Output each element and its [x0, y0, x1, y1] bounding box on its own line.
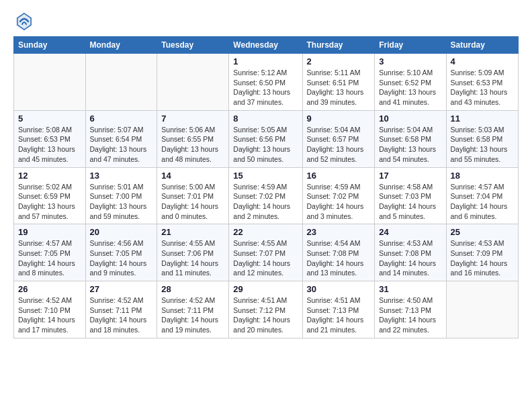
cell-date: 13	[90, 171, 153, 181]
cell-date: 31	[379, 284, 441, 294]
cell-info: Sunrise: 4:52 AM Sunset: 7:11 PM Dayligh…	[90, 295, 153, 335]
cell-date: 4	[451, 56, 514, 66]
cell-info: Sunrise: 4:58 AM Sunset: 7:03 PM Dayligh…	[379, 182, 441, 222]
calendar-cell: 3Sunrise: 5:10 AM Sunset: 6:52 PM Daylig…	[375, 54, 446, 111]
cell-date: 15	[233, 171, 298, 181]
cell-info: Sunrise: 5:08 AM Sunset: 6:53 PM Dayligh…	[18, 125, 81, 165]
calendar-week-1: 1Sunrise: 5:12 AM Sunset: 6:50 PM Daylig…	[14, 54, 519, 111]
calendar-cell: 16Sunrise: 4:59 AM Sunset: 7:02 PM Dayli…	[302, 167, 375, 224]
calendar-cell: 1Sunrise: 5:12 AM Sunset: 6:50 PM Daylig…	[229, 54, 302, 111]
day-header-friday: Friday	[375, 37, 446, 54]
cell-info: Sunrise: 4:50 AM Sunset: 7:13 PM Dayligh…	[379, 295, 441, 335]
calendar-cell: 26Sunrise: 4:52 AM Sunset: 7:10 PM Dayli…	[14, 281, 86, 338]
cell-date: 23	[307, 227, 371, 237]
calendar-cell: 21Sunrise: 4:55 AM Sunset: 7:06 PM Dayli…	[157, 224, 229, 281]
cell-date: 11	[451, 113, 514, 124]
day-header-wednesday: Wednesday	[229, 37, 302, 54]
calendar-cell: 13Sunrise: 5:01 AM Sunset: 7:00 PM Dayli…	[85, 167, 157, 224]
cell-info: Sunrise: 5:09 AM Sunset: 6:53 PM Dayligh…	[451, 68, 514, 107]
cell-date: 17	[379, 171, 441, 181]
calendar-cell: 28Sunrise: 4:52 AM Sunset: 7:11 PM Dayli…	[157, 281, 229, 338]
calendar-cell: 24Sunrise: 4:53 AM Sunset: 7:08 PM Dayli…	[375, 224, 446, 281]
cell-date: 3	[379, 56, 441, 66]
logo	[13, 11, 35, 30]
cell-date: 18	[451, 171, 514, 181]
cell-info: Sunrise: 4:51 AM Sunset: 7:12 PM Dayligh…	[233, 295, 298, 335]
calendar-cell: 29Sunrise: 4:51 AM Sunset: 7:12 PM Dayli…	[229, 281, 302, 338]
cell-info: Sunrise: 4:57 AM Sunset: 7:04 PM Dayligh…	[451, 182, 514, 222]
cell-info: Sunrise: 4:56 AM Sunset: 7:05 PM Dayligh…	[90, 238, 153, 278]
cell-date: 16	[307, 171, 371, 181]
day-header-thursday: Thursday	[302, 37, 375, 54]
calendar-cell: 7Sunrise: 5:06 AM Sunset: 6:55 PM Daylig…	[157, 110, 229, 167]
calendar-cell: 2Sunrise: 5:11 AM Sunset: 6:51 PM Daylig…	[302, 54, 375, 111]
cell-info: Sunrise: 4:59 AM Sunset: 7:02 PM Dayligh…	[233, 182, 298, 222]
calendar-cell: 12Sunrise: 5:02 AM Sunset: 6:59 PM Dayli…	[14, 167, 86, 224]
cell-info: Sunrise: 5:02 AM Sunset: 6:59 PM Dayligh…	[18, 182, 81, 222]
cell-info: Sunrise: 5:00 AM Sunset: 7:01 PM Dayligh…	[161, 182, 224, 222]
cell-date: 28	[161, 284, 224, 294]
cell-date: 22	[233, 227, 298, 237]
cell-date: 6	[90, 113, 153, 124]
calendar-cell: 15Sunrise: 4:59 AM Sunset: 7:02 PM Dayli…	[229, 167, 302, 224]
calendar-cell: 10Sunrise: 5:04 AM Sunset: 6:58 PM Dayli…	[375, 110, 446, 167]
cell-info: Sunrise: 5:11 AM Sunset: 6:51 PM Dayligh…	[307, 68, 371, 107]
cell-date: 25	[451, 227, 514, 237]
day-header-monday: Monday	[85, 37, 157, 54]
cell-date: 2	[307, 56, 371, 66]
calendar-cell	[446, 281, 518, 338]
calendar-week-5: 26Sunrise: 4:52 AM Sunset: 7:10 PM Dayli…	[14, 281, 519, 338]
cell-info: Sunrise: 4:53 AM Sunset: 7:08 PM Dayligh…	[379, 238, 441, 278]
cell-info: Sunrise: 5:04 AM Sunset: 6:57 PM Dayligh…	[307, 125, 371, 165]
cell-date: 12	[18, 171, 81, 181]
cell-date: 9	[307, 113, 371, 124]
calendar-cell: 25Sunrise: 4:53 AM Sunset: 7:09 PM Dayli…	[446, 224, 518, 281]
cell-info: Sunrise: 5:07 AM Sunset: 6:54 PM Dayligh…	[90, 125, 153, 165]
cell-date: 29	[233, 284, 298, 294]
cell-info: Sunrise: 5:06 AM Sunset: 6:55 PM Dayligh…	[161, 125, 224, 165]
cell-info: Sunrise: 4:55 AM Sunset: 7:07 PM Dayligh…	[233, 238, 298, 278]
calendar-cell	[14, 54, 86, 111]
cell-info: Sunrise: 4:52 AM Sunset: 7:11 PM Dayligh…	[161, 295, 224, 335]
cell-date: 8	[233, 113, 298, 124]
cell-date: 19	[18, 227, 81, 237]
day-header-tuesday: Tuesday	[157, 37, 229, 54]
cell-date: 5	[18, 113, 81, 124]
calendar-cell: 23Sunrise: 4:54 AM Sunset: 7:08 PM Dayli…	[302, 224, 375, 281]
calendar-cell: 4Sunrise: 5:09 AM Sunset: 6:53 PM Daylig…	[446, 54, 518, 111]
calendar-week-3: 12Sunrise: 5:02 AM Sunset: 6:59 PM Dayli…	[14, 167, 519, 224]
cell-date: 7	[161, 113, 224, 124]
cell-info: Sunrise: 5:03 AM Sunset: 6:58 PM Dayligh…	[451, 125, 514, 165]
cell-info: Sunrise: 5:04 AM Sunset: 6:58 PM Dayligh…	[379, 125, 441, 165]
calendar-cell: 18Sunrise: 4:57 AM Sunset: 7:04 PM Dayli…	[446, 167, 518, 224]
page-header	[13, 11, 519, 30]
cell-info: Sunrise: 5:10 AM Sunset: 6:52 PM Dayligh…	[379, 68, 441, 107]
logo-icon	[13, 11, 32, 30]
calendar-cell: 31Sunrise: 4:50 AM Sunset: 7:13 PM Dayli…	[375, 281, 446, 338]
calendar-cell: 14Sunrise: 5:00 AM Sunset: 7:01 PM Dayli…	[157, 167, 229, 224]
calendar-cell: 8Sunrise: 5:05 AM Sunset: 6:56 PM Daylig…	[229, 110, 302, 167]
cell-info: Sunrise: 5:05 AM Sunset: 6:56 PM Dayligh…	[233, 125, 298, 165]
calendar-cell: 9Sunrise: 5:04 AM Sunset: 6:57 PM Daylig…	[302, 110, 375, 167]
cell-info: Sunrise: 4:51 AM Sunset: 7:13 PM Dayligh…	[307, 295, 371, 335]
day-header-sunday: Sunday	[14, 37, 86, 54]
calendar-cell: 11Sunrise: 5:03 AM Sunset: 6:58 PM Dayli…	[446, 110, 518, 167]
calendar-cell: 6Sunrise: 5:07 AM Sunset: 6:54 PM Daylig…	[85, 110, 157, 167]
cell-date: 30	[307, 284, 371, 294]
calendar-week-4: 19Sunrise: 4:57 AM Sunset: 7:05 PM Dayli…	[14, 224, 519, 281]
cell-date: 1	[233, 56, 298, 66]
cell-date: 10	[379, 113, 441, 124]
day-header-saturday: Saturday	[446, 37, 518, 54]
cell-info: Sunrise: 4:59 AM Sunset: 7:02 PM Dayligh…	[307, 182, 371, 222]
cell-info: Sunrise: 4:52 AM Sunset: 7:10 PM Dayligh…	[18, 295, 81, 335]
calendar-cell: 22Sunrise: 4:55 AM Sunset: 7:07 PM Dayli…	[229, 224, 302, 281]
calendar-header-row: SundayMondayTuesdayWednesdayThursdayFrid…	[14, 37, 519, 54]
cell-info: Sunrise: 4:53 AM Sunset: 7:09 PM Dayligh…	[451, 238, 514, 278]
cell-info: Sunrise: 4:57 AM Sunset: 7:05 PM Dayligh…	[18, 238, 81, 278]
calendar-week-2: 5Sunrise: 5:08 AM Sunset: 6:53 PM Daylig…	[14, 110, 519, 167]
cell-date: 24	[379, 227, 441, 237]
calendar-cell: 30Sunrise: 4:51 AM Sunset: 7:13 PM Dayli…	[302, 281, 375, 338]
cell-info: Sunrise: 4:55 AM Sunset: 7:06 PM Dayligh…	[161, 238, 224, 278]
calendar-cell: 5Sunrise: 5:08 AM Sunset: 6:53 PM Daylig…	[14, 110, 86, 167]
calendar-table: SundayMondayTuesdayWednesdayThursdayFrid…	[13, 36, 519, 338]
